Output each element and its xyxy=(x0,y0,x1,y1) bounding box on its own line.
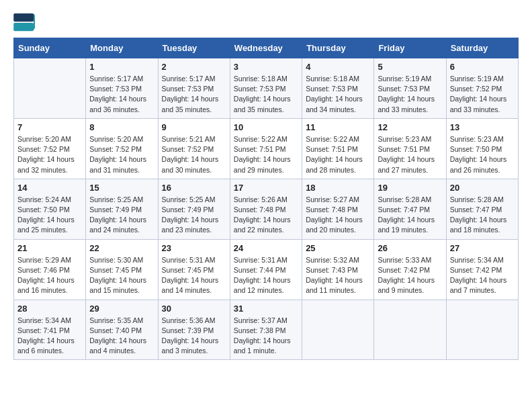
day-number: 11 xyxy=(306,122,370,132)
day-cell: 31Sunrise: 5:37 AMSunset: 7:38 PMDayligh… xyxy=(230,300,302,360)
day-cell: 2Sunrise: 5:17 AMSunset: 7:53 PMDaylight… xyxy=(158,58,230,119)
day-number: 17 xyxy=(234,183,298,193)
header-cell-wednesday: Wednesday xyxy=(230,38,302,58)
day-cell: 12Sunrise: 5:23 AMSunset: 7:51 PMDayligh… xyxy=(374,118,446,179)
day-cell xyxy=(446,300,518,360)
day-info: Sunrise: 5:34 AMSunset: 7:42 PMDaylight:… xyxy=(450,255,515,296)
day-cell: 1Sunrise: 5:17 AMSunset: 7:53 PMDaylight… xyxy=(86,58,158,119)
day-number: 6 xyxy=(450,62,515,72)
day-number: 2 xyxy=(162,62,226,72)
svg-rect-0 xyxy=(13,13,34,21)
day-cell: 14Sunrise: 5:24 AMSunset: 7:50 PMDayligh… xyxy=(14,179,86,239)
day-number: 9 xyxy=(162,122,226,132)
day-info: Sunrise: 5:28 AMSunset: 7:47 PMDaylight:… xyxy=(378,195,442,236)
day-number: 14 xyxy=(17,183,82,193)
day-cell: 4Sunrise: 5:18 AMSunset: 7:53 PMDaylight… xyxy=(302,58,374,119)
day-info: Sunrise: 5:20 AMSunset: 7:52 PMDaylight:… xyxy=(17,134,82,175)
day-number: 3 xyxy=(234,62,298,72)
page-header xyxy=(13,13,519,32)
day-info: Sunrise: 5:33 AMSunset: 7:42 PMDaylight:… xyxy=(378,255,442,296)
day-info: Sunrise: 5:23 AMSunset: 7:50 PMDaylight:… xyxy=(450,134,515,175)
day-info: Sunrise: 5:27 AMSunset: 7:48 PMDaylight:… xyxy=(306,195,370,236)
day-info: Sunrise: 5:36 AMSunset: 7:39 PMDaylight:… xyxy=(162,316,226,357)
day-number: 21 xyxy=(17,243,82,253)
day-cell: 6Sunrise: 5:19 AMSunset: 7:52 PMDaylight… xyxy=(446,58,518,119)
day-number: 24 xyxy=(234,243,298,253)
day-cell: 24Sunrise: 5:31 AMSunset: 7:44 PMDayligh… xyxy=(230,239,302,300)
day-info: Sunrise: 5:28 AMSunset: 7:47 PMDaylight:… xyxy=(450,195,515,236)
day-number: 28 xyxy=(17,304,82,314)
logo-icon xyxy=(13,13,35,32)
day-info: Sunrise: 5:19 AMSunset: 7:53 PMDaylight:… xyxy=(378,74,442,115)
day-number: 12 xyxy=(378,122,442,132)
day-info: Sunrise: 5:37 AMSunset: 7:38 PMDaylight:… xyxy=(234,316,298,357)
day-info: Sunrise: 5:22 AMSunset: 7:51 PMDaylight:… xyxy=(234,134,298,175)
day-cell: 17Sunrise: 5:26 AMSunset: 7:48 PMDayligh… xyxy=(230,179,302,239)
day-number: 22 xyxy=(89,243,154,253)
day-info: Sunrise: 5:32 AMSunset: 7:43 PMDaylight:… xyxy=(306,255,370,296)
svg-rect-1 xyxy=(13,23,34,31)
day-cell: 29Sunrise: 5:35 AMSunset: 7:40 PMDayligh… xyxy=(86,300,158,360)
day-number: 18 xyxy=(306,183,370,193)
day-cell: 15Sunrise: 5:25 AMSunset: 7:49 PMDayligh… xyxy=(86,179,158,239)
week-row-3: 14Sunrise: 5:24 AMSunset: 7:50 PMDayligh… xyxy=(14,179,519,239)
day-number: 23 xyxy=(162,243,226,253)
day-info: Sunrise: 5:22 AMSunset: 7:51 PMDaylight:… xyxy=(306,134,370,175)
header-cell-sunday: Sunday xyxy=(14,38,86,58)
day-number: 25 xyxy=(306,243,370,253)
header-cell-friday: Friday xyxy=(374,38,446,58)
day-cell: 25Sunrise: 5:32 AMSunset: 7:43 PMDayligh… xyxy=(302,239,374,300)
day-info: Sunrise: 5:18 AMSunset: 7:53 PMDaylight:… xyxy=(306,74,370,115)
day-cell: 9Sunrise: 5:21 AMSunset: 7:52 PMDaylight… xyxy=(158,118,230,179)
calendar-table: SundayMondayTuesdayWednesdayThursdayFrid… xyxy=(13,38,519,360)
day-cell: 22Sunrise: 5:30 AMSunset: 7:45 PMDayligh… xyxy=(86,239,158,300)
day-cell: 11Sunrise: 5:22 AMSunset: 7:51 PMDayligh… xyxy=(302,118,374,179)
day-info: Sunrise: 5:18 AMSunset: 7:53 PMDaylight:… xyxy=(234,74,298,115)
header-cell-saturday: Saturday xyxy=(446,38,518,58)
day-info: Sunrise: 5:30 AMSunset: 7:45 PMDaylight:… xyxy=(89,255,154,296)
day-cell xyxy=(302,300,374,360)
day-info: Sunrise: 5:25 AMSunset: 7:49 PMDaylight:… xyxy=(89,195,154,236)
day-number: 29 xyxy=(89,304,154,314)
day-info: Sunrise: 5:31 AMSunset: 7:45 PMDaylight:… xyxy=(162,255,226,296)
day-number: 1 xyxy=(89,62,154,72)
day-info: Sunrise: 5:19 AMSunset: 7:52 PMDaylight:… xyxy=(450,74,515,115)
day-number: 27 xyxy=(450,243,515,253)
logo xyxy=(13,13,36,32)
day-cell: 23Sunrise: 5:31 AMSunset: 7:45 PMDayligh… xyxy=(158,239,230,300)
day-cell: 16Sunrise: 5:25 AMSunset: 7:49 PMDayligh… xyxy=(158,179,230,239)
day-info: Sunrise: 5:21 AMSunset: 7:52 PMDaylight:… xyxy=(162,134,226,175)
day-cell: 8Sunrise: 5:20 AMSunset: 7:52 PMDaylight… xyxy=(86,118,158,179)
week-row-1: 1Sunrise: 5:17 AMSunset: 7:53 PMDaylight… xyxy=(14,58,519,119)
day-cell xyxy=(374,300,446,360)
day-info: Sunrise: 5:34 AMSunset: 7:41 PMDaylight:… xyxy=(17,316,82,357)
header-cell-tuesday: Tuesday xyxy=(158,38,230,58)
day-cell: 7Sunrise: 5:20 AMSunset: 7:52 PMDaylight… xyxy=(14,118,86,179)
header-cell-monday: Monday xyxy=(86,38,158,58)
day-number: 5 xyxy=(378,62,442,72)
day-cell: 13Sunrise: 5:23 AMSunset: 7:50 PMDayligh… xyxy=(446,118,518,179)
week-row-5: 28Sunrise: 5:34 AMSunset: 7:41 PMDayligh… xyxy=(14,300,519,360)
svg-marker-2 xyxy=(34,13,35,30)
week-row-4: 21Sunrise: 5:29 AMSunset: 7:46 PMDayligh… xyxy=(14,239,519,300)
header-cell-thursday: Thursday xyxy=(302,38,374,58)
day-info: Sunrise: 5:20 AMSunset: 7:52 PMDaylight:… xyxy=(89,134,154,175)
day-cell: 3Sunrise: 5:18 AMSunset: 7:53 PMDaylight… xyxy=(230,58,302,119)
day-info: Sunrise: 5:23 AMSunset: 7:51 PMDaylight:… xyxy=(378,134,442,175)
day-info: Sunrise: 5:17 AMSunset: 7:53 PMDaylight:… xyxy=(89,74,154,115)
day-cell: 27Sunrise: 5:34 AMSunset: 7:42 PMDayligh… xyxy=(446,239,518,300)
day-number: 10 xyxy=(234,122,298,132)
day-cell: 30Sunrise: 5:36 AMSunset: 7:39 PMDayligh… xyxy=(158,300,230,360)
day-info: Sunrise: 5:24 AMSunset: 7:50 PMDaylight:… xyxy=(17,195,82,236)
day-info: Sunrise: 5:29 AMSunset: 7:46 PMDaylight:… xyxy=(17,255,82,296)
day-number: 31 xyxy=(234,304,298,314)
day-cell: 28Sunrise: 5:34 AMSunset: 7:41 PMDayligh… xyxy=(14,300,86,360)
day-cell: 21Sunrise: 5:29 AMSunset: 7:46 PMDayligh… xyxy=(14,239,86,300)
day-info: Sunrise: 5:35 AMSunset: 7:40 PMDaylight:… xyxy=(89,316,154,357)
calendar-body: 1Sunrise: 5:17 AMSunset: 7:53 PMDaylight… xyxy=(14,58,519,360)
day-cell: 26Sunrise: 5:33 AMSunset: 7:42 PMDayligh… xyxy=(374,239,446,300)
day-number: 16 xyxy=(162,183,226,193)
calendar-header: SundayMondayTuesdayWednesdayThursdayFrid… xyxy=(14,38,519,58)
day-number: 30 xyxy=(162,304,226,314)
day-cell: 10Sunrise: 5:22 AMSunset: 7:51 PMDayligh… xyxy=(230,118,302,179)
